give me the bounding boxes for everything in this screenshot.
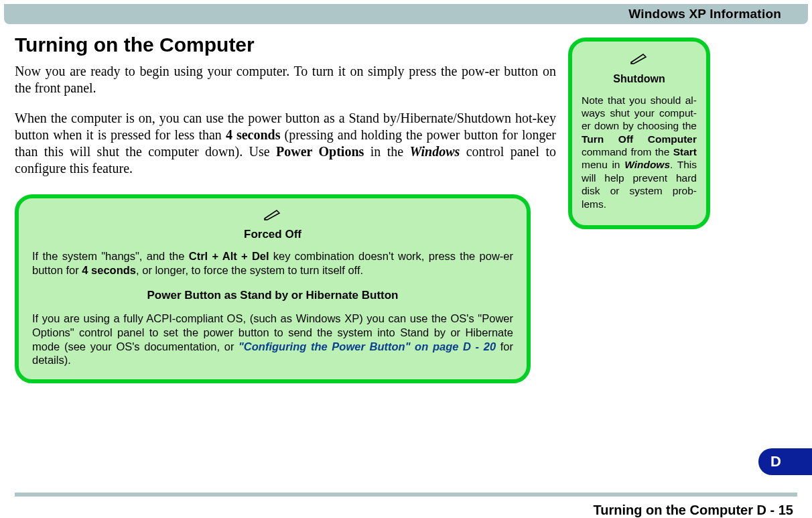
page-heading: Turning on the Computer — [15, 34, 556, 56]
header-title: Windows XP Information — [628, 7, 781, 21]
callout-paragraph: If you are using a fully ACPI-compliant … — [32, 312, 513, 367]
bolditalic-text: Windows — [409, 144, 460, 159]
main-column: Turning on the Computer Now you are read… — [15, 34, 556, 383]
bold-text: 4 seconds — [82, 264, 136, 276]
bold-text: Power Options — [276, 144, 364, 159]
footer-rule — [15, 493, 797, 497]
text: Now you are ready to begin using your co… — [15, 64, 484, 78]
intro-paragraph-1: Now you are ready to begin using your co… — [15, 63, 556, 96]
text: er down by choosing the — [582, 120, 697, 131]
intro-paragraph-2: When the computer is on, you can use the… — [15, 110, 556, 177]
header-bar: Windows XP Information — [4, 4, 808, 24]
text: Note that you should al — [582, 94, 693, 106]
callout-paragraph: Note that you should al-ways shut your c… — [582, 94, 697, 210]
callout-shutdown: Shutdown Note that you should al-ways sh… — [568, 38, 710, 229]
bold-text: Ctrl + Alt + Del — [189, 250, 269, 262]
text: , or longer, to force the system to turn… — [136, 264, 363, 276]
bold-text: Start — [673, 146, 697, 157]
content-area: Turning on the Computer Now you are read… — [0, 24, 812, 383]
text: command from the — [582, 146, 673, 157]
text: menu in — [582, 159, 624, 170]
bolditalic-text: Windows — [624, 159, 670, 170]
footer-text: Turning on the Computer D - 15 — [593, 503, 793, 518]
cross-reference-link[interactable]: "Configuring the Power Button" on page D… — [239, 340, 496, 352]
text: lems. — [582, 198, 606, 210]
appendix-tab-label: D — [770, 453, 781, 470]
appendix-tab: D — [758, 448, 812, 475]
callout-forced-off: Forced Off If the system "hangs", and th… — [15, 194, 531, 383]
bold-text: 4 seconds — [226, 127, 281, 142]
pencil-icon — [582, 51, 697, 70]
pencil-icon — [32, 208, 513, 225]
text: in the — [364, 144, 409, 159]
callout-title: Forced Off — [32, 228, 513, 241]
callout-title: Shutdown — [582, 72, 697, 86]
text: key combination doesn't work, press the … — [269, 250, 500, 262]
side-column: Shutdown Note that you should al-ways sh… — [568, 38, 710, 383]
callout-subtitle: Power Button as Stand by or Hibernate Bu… — [32, 289, 513, 302]
text: If the system "hangs", and the — [32, 250, 189, 262]
bold-text: Turn Off Computer — [582, 133, 697, 145]
text: ways shut your comput — [582, 107, 693, 119]
callout-paragraph: If the system "hangs", and the Ctrl + Al… — [32, 249, 513, 277]
